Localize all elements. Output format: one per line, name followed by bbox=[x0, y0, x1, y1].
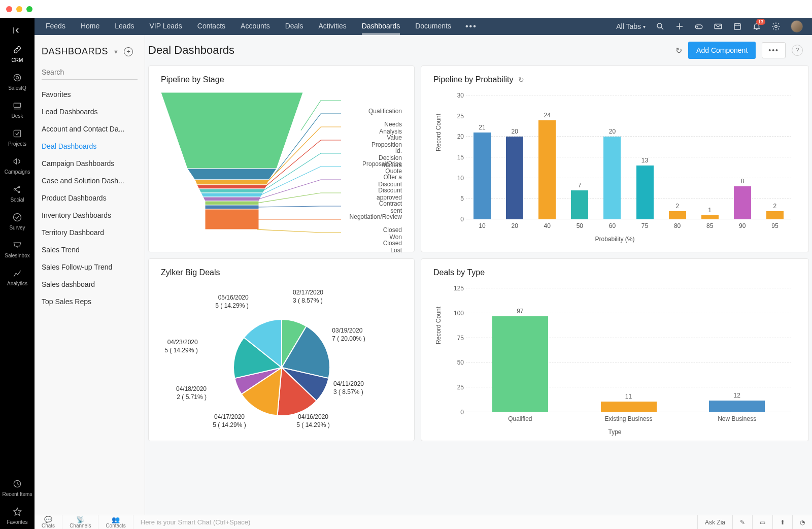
card-title: Pipeline by Stage bbox=[161, 75, 224, 84]
mac-max-dot[interactable] bbox=[26, 6, 32, 12]
sidebar-item[interactable]: Sales Follow-up Trend bbox=[35, 258, 145, 276]
avatar[interactable] bbox=[791, 20, 803, 32]
bottom-seg-chats[interactable]: 💬Chats bbox=[35, 515, 62, 529]
chevron-down-icon[interactable]: ▼ bbox=[113, 49, 119, 55]
sidebar-item[interactable]: Account and Contact Da... bbox=[35, 120, 145, 138]
mail-icon[interactable] bbox=[714, 22, 723, 31]
add-component-button[interactable]: Add Component bbox=[688, 42, 756, 59]
sidebar-item[interactable]: Case and Solution Dash... bbox=[35, 172, 145, 189]
mac-close-dot[interactable] bbox=[6, 6, 12, 12]
funnel-segment bbox=[201, 193, 263, 197]
sidebar-item[interactable]: Lead Dashboards bbox=[35, 103, 145, 120]
help-icon[interactable]: ? bbox=[792, 45, 803, 56]
svg-point-13 bbox=[775, 25, 777, 28]
card-pipeline-by-probability: Pipeline by Probability ↻ Record Count 0… bbox=[421, 65, 809, 252]
app-rail-campaigns[interactable]: Campaigns bbox=[5, 151, 30, 179]
ask-zia-button[interactable]: Ask Zia bbox=[697, 515, 732, 529]
document-icon[interactable]: ▭ bbox=[752, 515, 772, 529]
nav-more-icon[interactable]: ••• bbox=[465, 22, 477, 31]
bar: 2 95 bbox=[759, 203, 791, 219]
sidebar-item[interactable]: Territory Dashboard bbox=[35, 224, 145, 241]
sidebar-item[interactable]: Deal Dashboards bbox=[35, 138, 145, 155]
app-rail-crm[interactable]: CRM bbox=[5, 39, 30, 67]
app-rail-salesiq[interactable]: SalesIQ bbox=[5, 67, 30, 95]
bar-value: 2 bbox=[675, 203, 679, 210]
pie-label: 04/23/20205 ( 14.29% ) bbox=[164, 338, 197, 354]
nav-tab-dashboards[interactable]: Dashboards bbox=[362, 18, 400, 35]
sidebar-item[interactable]: Product Dashboards bbox=[35, 189, 145, 207]
nav-tab-leads[interactable]: Leads bbox=[115, 18, 134, 35]
nav-tab-feeds[interactable]: Feeds bbox=[46, 18, 65, 35]
sidebar-item[interactable]: Sales dashboard bbox=[35, 276, 145, 293]
channels-icon: 📡 bbox=[76, 516, 84, 523]
link-icon bbox=[12, 44, 23, 55]
bar-value: 97 bbox=[517, 308, 523, 315]
app-rail-survey[interactable]: Survey bbox=[5, 207, 30, 235]
refresh-icon[interactable]: ↻ bbox=[675, 46, 682, 55]
y-tick: 0 bbox=[460, 216, 464, 223]
back-icon[interactable] bbox=[0, 22, 35, 39]
sidebar-item[interactable]: Campaign Dashboards bbox=[35, 155, 145, 172]
app-rail-recent-items[interactable]: Recent Items bbox=[3, 473, 32, 501]
add-dashboard-button[interactable]: + bbox=[124, 47, 133, 56]
bar-xlabel: 60 bbox=[596, 222, 628, 229]
check-icon bbox=[12, 128, 23, 139]
bar-chart-type: Record Count 0255075100125 97 Qualified … bbox=[433, 283, 796, 436]
smart-chat-input[interactable]: Here is your Smart Chat (Ctrl+Space) bbox=[133, 518, 697, 526]
app-rail-label: Analytics bbox=[7, 281, 27, 286]
app-rail-analytics[interactable]: Analytics bbox=[5, 262, 30, 290]
y-tick: 75 bbox=[457, 335, 464, 342]
funnel-legend-item: Closed Lost bbox=[383, 240, 402, 254]
funnel-segment bbox=[197, 185, 267, 189]
y-tick: 50 bbox=[457, 359, 464, 366]
y-tick: 15 bbox=[457, 154, 464, 161]
sidebar-item[interactable]: Favorites bbox=[35, 86, 145, 103]
search-input[interactable] bbox=[42, 65, 138, 80]
all-tabs-dropdown[interactable]: All Tabs ▾ bbox=[616, 22, 646, 30]
plus-icon[interactable] bbox=[675, 22, 684, 31]
calendar-icon[interactable] bbox=[733, 22, 742, 31]
upload-icon[interactable]: ⬆ bbox=[772, 515, 792, 529]
bar: 97 Qualified bbox=[466, 308, 574, 412]
search-icon[interactable] bbox=[656, 22, 665, 31]
gear-icon[interactable] bbox=[771, 22, 781, 31]
mac-min-dot[interactable] bbox=[16, 6, 22, 12]
clock-icon bbox=[12, 478, 23, 489]
sidebar-item[interactable]: Sales Trend bbox=[35, 241, 145, 258]
signature-icon[interactable]: ✎ bbox=[732, 515, 752, 529]
bar: 20 60 bbox=[596, 128, 628, 219]
sidebar-item[interactable]: Inventory Dashboards bbox=[35, 207, 145, 224]
funnel-segment bbox=[205, 209, 259, 229]
refresh-icon[interactable]: ↻ bbox=[518, 76, 524, 84]
bar-value: 1 bbox=[708, 207, 712, 214]
app-rail-projects[interactable]: Projects bbox=[5, 123, 30, 151]
nav-tab-contacts[interactable]: Contacts bbox=[197, 18, 225, 35]
svg-rect-2 bbox=[14, 103, 20, 107]
app-rail-social[interactable]: Social bbox=[5, 179, 30, 207]
gamepad-icon[interactable] bbox=[694, 22, 703, 31]
bottom-seg-contacts[interactable]: 👥Contacts bbox=[98, 515, 133, 529]
app-rail-desk[interactable]: Desk bbox=[5, 95, 30, 123]
nav-tab-accounts[interactable]: Accounts bbox=[241, 18, 270, 35]
bell-icon[interactable]: 13 bbox=[752, 22, 761, 31]
nav-tab-deals[interactable]: Deals bbox=[285, 18, 303, 35]
nav-tab-activities[interactable]: Activities bbox=[318, 18, 346, 35]
clock-icon[interactable]: ◔ bbox=[792, 515, 812, 529]
nav-tab-home[interactable]: Home bbox=[81, 18, 99, 35]
bar-value: 12 bbox=[734, 392, 740, 399]
nav-tab-vip-leads[interactable]: VIP Leads bbox=[149, 18, 182, 35]
x-axis-label: Probability (%) bbox=[595, 236, 634, 243]
app-rail-label: SalesIQ bbox=[8, 85, 26, 91]
bar-xlabel: 50 bbox=[563, 222, 596, 229]
funnel-legend-item: Discount approved bbox=[377, 187, 402, 201]
app-rail-salesinbox[interactable]: SalesInbox bbox=[5, 235, 30, 262]
app-rail-favorites[interactable]: Favorites bbox=[3, 501, 32, 529]
bottom-seg-channels[interactable]: 📡Channels bbox=[62, 515, 98, 529]
sidebar-item[interactable]: Top Sales Reps bbox=[35, 293, 145, 310]
card-title: Deals by Type bbox=[433, 268, 485, 277]
more-menu-button[interactable]: ••• bbox=[762, 42, 786, 58]
nav-tab-documents[interactable]: Documents bbox=[415, 18, 451, 35]
bar-xlabel: 20 bbox=[498, 222, 531, 229]
funnel-legend-item: Negotiation/Review bbox=[350, 213, 402, 220]
y-axis-label: Record Count bbox=[435, 307, 442, 344]
